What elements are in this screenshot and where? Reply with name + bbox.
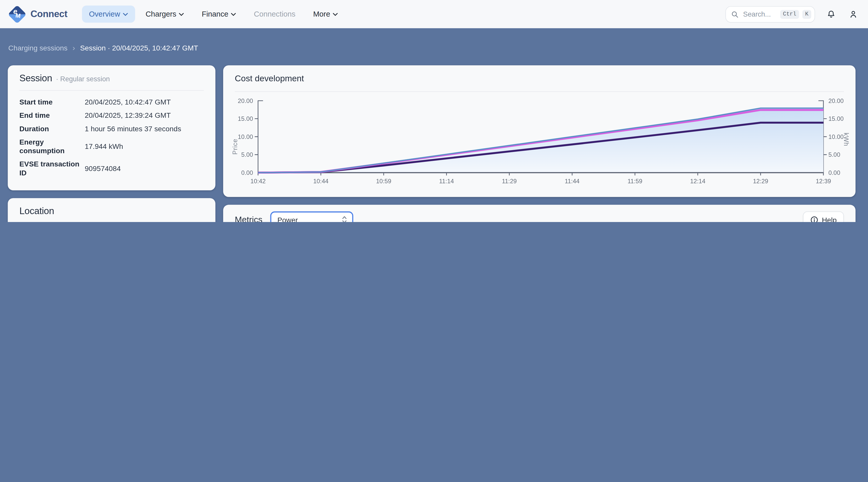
navbar-right: Ctrl K <box>725 6 859 23</box>
kbd-ctrl: Ctrl <box>780 10 799 19</box>
account-button[interactable] <box>847 8 860 20</box>
breadcrumb: Charging sessions › Session · 20/04/2025… <box>8 42 856 53</box>
nav-item-finance[interactable]: Finance <box>195 6 243 23</box>
page-body: Charging sessions › Session · 20/04/2025… <box>0 28 868 222</box>
cost-chart-svg: 0.000.005.005.0010.0010.0015.0015.0020.0… <box>235 93 844 197</box>
svg-text:0.00: 0.00 <box>829 169 840 176</box>
kbd-k: K <box>802 10 811 19</box>
notifications-button[interactable] <box>825 8 837 20</box>
svg-text:12:29: 12:29 <box>753 178 768 185</box>
nav-item-more[interactable]: More <box>306 6 345 23</box>
brand-logo-icon: eM <box>9 6 26 23</box>
svg-text:11:44: 11:44 <box>565 178 580 185</box>
svg-text:10:59: 10:59 <box>376 178 391 185</box>
right-column: Cost development Price kWh 0.000.005.005… <box>223 65 856 222</box>
main-nav: Overview Chargers Finance Connections Mo… <box>82 6 725 23</box>
chevron-down-icon <box>231 12 236 16</box>
session-row: Duration1 hour 56 minutes 37 seconds <box>20 124 204 134</box>
svg-text:5.00: 5.00 <box>829 151 840 158</box>
svg-text:0.00: 0.00 <box>241 169 253 176</box>
user-icon <box>848 9 858 19</box>
help-button[interactable]: Help <box>803 211 844 222</box>
session-card-title: Session <box>20 73 52 84</box>
svg-text:12:14: 12:14 <box>690 178 706 185</box>
chevron-down-icon <box>179 12 184 16</box>
svg-text:20.00: 20.00 <box>829 97 844 104</box>
svg-text:11:59: 11:59 <box>627 178 642 185</box>
chevron-down-icon <box>333 12 338 16</box>
session-row: End time20/04/2025, 12:39:24 GMT <box>20 111 204 121</box>
location-card-title: Location <box>20 206 54 217</box>
search-box[interactable]: Ctrl K <box>725 6 815 23</box>
search-input[interactable] <box>742 10 777 19</box>
left-column: Session · Regular session Start time20/0… <box>8 65 215 222</box>
metrics-selector[interactable]: Power <box>270 211 353 222</box>
breadcrumb-separator: › <box>72 43 75 52</box>
metrics-title: Metrics <box>235 215 262 222</box>
nav-item-chargers[interactable]: Chargers <box>138 6 191 23</box>
session-row: Start time20/04/2025, 10:42:47 GMT <box>20 98 204 107</box>
bell-icon <box>826 9 836 19</box>
info-icon <box>810 216 819 222</box>
cost-development-card: Cost development Price kWh 0.000.005.005… <box>223 65 856 197</box>
svg-text:11:14: 11:14 <box>439 178 454 185</box>
nav-item-overview[interactable]: Overview <box>82 6 135 23</box>
session-card: Session · Regular session Start time20/0… <box>8 65 215 190</box>
location-card: Location SiteCharger site ChargerTACW114… <box>8 198 215 222</box>
session-row: Energy consumption17.944 kWh <box>20 138 204 156</box>
search-icon <box>731 10 739 18</box>
app-window: eM Connect Overview Chargers Finance Con… <box>0 0 868 222</box>
svg-text:10:44: 10:44 <box>313 178 329 185</box>
cost-development-title: Cost development <box>235 73 304 83</box>
svg-text:10:42: 10:42 <box>250 178 266 185</box>
select-chevrons-icon <box>342 215 347 222</box>
svg-text:10.00: 10.00 <box>238 133 253 140</box>
top-navbar: eM Connect Overview Chargers Finance Con… <box>0 0 868 28</box>
svg-text:10.00: 10.00 <box>829 133 844 140</box>
chevron-down-icon <box>123 12 128 16</box>
metrics-card: Metrics Power Help kW 03691210:4510:4910… <box>223 205 856 222</box>
metrics-selector-value: Power <box>278 216 342 222</box>
cost-development-chart: Price kWh 0.000.005.005.0010.0010.0015.0… <box>235 92 844 197</box>
breadcrumb-current: Session · 20/04/2025, 10:42:47 GMT <box>80 43 198 52</box>
nav-item-connections[interactable]: Connections <box>247 6 303 23</box>
svg-text:11:29: 11:29 <box>502 178 517 185</box>
svg-text:15.00: 15.00 <box>238 115 253 122</box>
session-card-subtitle: · Regular session <box>56 75 110 83</box>
svg-text:12:39: 12:39 <box>816 178 831 185</box>
svg-text:20.00: 20.00 <box>238 97 253 104</box>
svg-text:15.00: 15.00 <box>829 115 844 122</box>
brand[interactable]: eM Connect <box>9 6 67 23</box>
svg-text:5.00: 5.00 <box>241 151 253 158</box>
brand-name: Connect <box>30 9 67 20</box>
breadcrumb-parent-link[interactable]: Charging sessions <box>8 43 68 52</box>
session-row: EVSE transaction ID909574084 <box>20 160 204 178</box>
